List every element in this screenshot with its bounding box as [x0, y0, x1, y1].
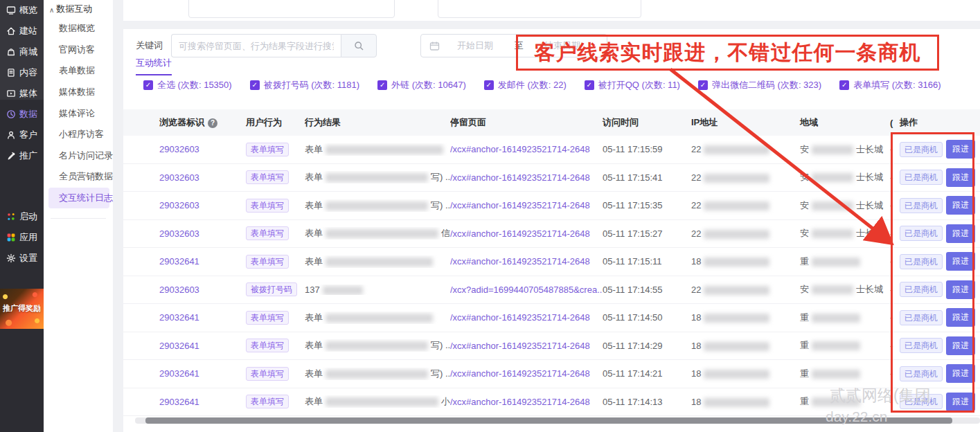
follow-button[interactable]: 跟进: [946, 308, 975, 327]
page-link[interactable]: /xcx#anchor-1614923521714-2648: [450, 256, 590, 267]
submenu-item[interactable]: 名片访问记录: [44, 145, 113, 167]
follow-button[interactable]: 跟进: [946, 393, 975, 411]
submenu-item[interactable]: 媒体评论: [44, 102, 113, 124]
top-input-1[interactable]: [188, 0, 395, 18]
start-date-placeholder[interactable]: 开始日期: [445, 39, 505, 52]
checkbox-checked-icon[interactable]: ✓: [250, 80, 260, 90]
end-date-placeholder[interactable]: 结束日期: [533, 39, 592, 52]
follow-button[interactable]: 跟进: [946, 336, 975, 355]
extra-cell: -: [890, 256, 900, 267]
follow-button[interactable]: 跟进: [946, 196, 975, 215]
page-link[interactable]: /xcx#anchor-1614923521714-2648: [450, 172, 590, 183]
browser-id-link[interactable]: 29032641: [159, 256, 199, 267]
blurred-text: [812, 285, 853, 294]
submenu-group-header[interactable]: ∧ 数据互动: [44, 0, 113, 18]
checkbox-checked-icon[interactable]: ✓: [585, 80, 594, 90]
horizontal-scrollbar-thumb[interactable]: [145, 417, 952, 424]
browser-id-link[interactable]: 29032603: [159, 228, 199, 239]
follow-button[interactable]: 跟进: [946, 140, 975, 159]
follow-button[interactable]: 跟进: [946, 224, 975, 243]
blurred-text: [704, 258, 769, 267]
visit-time: 05-11 17:15:27: [603, 228, 691, 239]
submenu-item[interactable]: 媒体数据: [44, 82, 113, 103]
visit-time: 05-11 17:14:29: [603, 341, 691, 351]
table-row: 29032603 表单填写 表单信... /xcx#anchor-1614923…: [123, 220, 980, 249]
blurred-text: [326, 173, 428, 182]
behavior-result: 表单: [305, 255, 450, 268]
extra-cell: -: [890, 312, 900, 323]
stat-item: ✓ 外链 (次数: 10647): [377, 79, 466, 91]
region: 安士长城: [800, 283, 890, 296]
status-badge: 已是商机: [900, 254, 943, 269]
follow-button[interactable]: 跟进: [946, 364, 975, 383]
page-link[interactable]: /xcx#anchor-1614923521714-2648: [450, 397, 590, 407]
submenu-item[interactable]: 交互统计日志: [48, 188, 109, 209]
top-filter-strip: [123, 0, 980, 21]
action-cell: 已是商机 跟进: [900, 393, 980, 411]
search-button[interactable]: [341, 34, 377, 57]
blurred-text: [326, 145, 443, 154]
browser-id-link[interactable]: 29032641: [159, 397, 199, 407]
action-cell: 已是商机 跟进: [900, 224, 980, 243]
browser-id-link[interactable]: 29032603: [159, 285, 199, 295]
checkbox-checked-icon[interactable]: ✓: [698, 80, 708, 90]
tab-interaction-stats[interactable]: 互动统计: [136, 57, 172, 75]
follow-button[interactable]: 跟进: [946, 252, 975, 271]
page-link[interactable]: /xcx#anchor-1614923521714-2648: [450, 200, 590, 210]
submenu-item[interactable]: 小程序访客: [44, 124, 113, 145]
submenu-item[interactable]: 官网访客: [44, 39, 113, 61]
browser-id-link[interactable]: 29032603: [159, 200, 199, 210]
submenu-item[interactable]: 数据概览: [44, 18, 113, 39]
action-cell: 已是商机 跟进: [900, 196, 980, 215]
column-header-extra: (: [890, 118, 900, 128]
column-header-action: 操作: [900, 116, 980, 129]
visit-time: 05-11 17:14:13: [603, 397, 691, 407]
browser-id-link[interactable]: 29032603: [159, 172, 199, 183]
page-link[interactable]: /xcx#anchor-1614923521714-2648: [450, 368, 590, 379]
behavior-badge: 表单填写: [246, 367, 289, 381]
keyword-label: 关键词: [136, 39, 163, 52]
date-range-picker[interactable]: 开始日期 至 结束日期: [420, 34, 607, 57]
browser-id-link[interactable]: 29032641: [159, 312, 199, 323]
extra-cell: -: [890, 341, 900, 351]
checkbox-checked-icon[interactable]: ✓: [484, 80, 494, 90]
sidebar-item[interactable]: 概览: [0, 0, 44, 21]
page-link[interactable]: /xcx#anchor-1614923521714-2648: [450, 312, 590, 323]
sidebar-item[interactable]: 应用: [0, 227, 44, 248]
follow-button[interactable]: 跟进: [946, 168, 975, 187]
sidebar-item[interactable]: 客户: [0, 125, 44, 145]
browser-id-link[interactable]: 29032641: [159, 341, 199, 351]
action-cell: 已是商机 跟进: [900, 364, 980, 383]
page-link[interactable]: /xcx#anchor-1614923521714-2648: [450, 228, 590, 239]
promo-banner[interactable]: 推广得奖励: [0, 289, 44, 329]
sidebar-item[interactable]: 商城: [0, 42, 44, 62]
checkbox-checked-icon[interactable]: ✓: [839, 80, 849, 90]
ip-address: 18: [691, 368, 800, 379]
stat-label: 全选 (次数: 15350): [157, 79, 232, 91]
page-link[interactable]: /xcx#anchor-1614923521714-2648: [450, 144, 590, 154]
sidebar-item[interactable]: 数据: [0, 104, 44, 125]
checkbox-checked-icon[interactable]: ✓: [377, 80, 387, 90]
submenu-item[interactable]: 表单数据: [44, 60, 113, 82]
follow-button[interactable]: 跟进: [946, 280, 975, 299]
behavior-badge: 表单填写: [246, 143, 289, 156]
browser-id-link[interactable]: 29032603: [159, 144, 199, 154]
browser-id-link[interactable]: 29032641: [159, 368, 199, 379]
action-cell: 已是商机 跟进: [900, 252, 980, 271]
page-link[interactable]: /xcx#anchor-1614923521714-2648: [450, 341, 590, 351]
sidebar-item[interactable]: 建站: [0, 21, 44, 42]
sidebar-item[interactable]: 设置: [0, 248, 44, 269]
table-row: 29032603 被拨打号码 137 /xcx?adid=16994407054…: [123, 276, 980, 305]
sidebar-item[interactable]: 推广: [0, 145, 44, 166]
page-link[interactable]: /xcx?adid=1699440705487885&crea...: [450, 285, 603, 295]
keyword-input[interactable]: [171, 34, 341, 57]
top-input-2[interactable]: [438, 0, 641, 18]
checkbox-checked-icon[interactable]: ✓: [143, 80, 153, 90]
help-icon[interactable]: ?: [208, 118, 217, 128]
sidebar-item[interactable]: 启动: [0, 206, 44, 227]
sidebar-item[interactable]: 内容: [0, 62, 44, 83]
blurred-text: [326, 314, 433, 323]
submenu-item[interactable]: 全员营销数据: [44, 166, 113, 188]
sidebar-item[interactable]: 媒体: [0, 83, 44, 104]
ip-address: 22: [691, 285, 800, 295]
